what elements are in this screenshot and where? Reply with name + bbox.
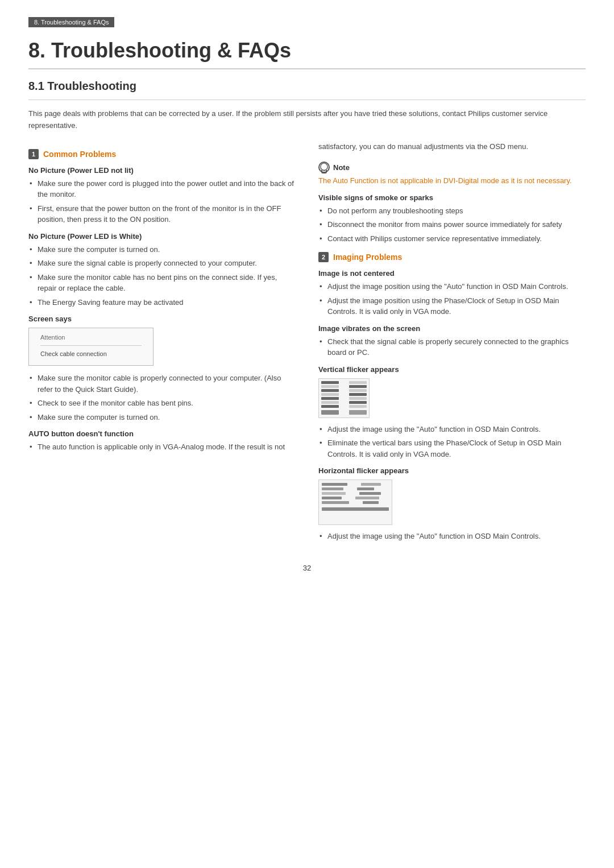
- list-item: Eliminate the vertical bars using the Ph…: [318, 437, 586, 460]
- subsection-not-centered: Image is not centered: [318, 269, 586, 278]
- list-item: Disconnect the monitor from mains power …: [318, 219, 586, 230]
- category1-num: 1: [28, 149, 39, 159]
- list-item: First, ensure that the power button on t…: [28, 203, 296, 225]
- note-header: Note: [318, 162, 586, 173]
- page-number: 32: [28, 564, 586, 572]
- list-item: Make sure the monitor cable is properly …: [28, 373, 296, 395]
- category2-num: 2: [318, 252, 329, 262]
- intro-text: This page deals with problems that can b…: [28, 108, 586, 132]
- list-item: Contact with Philips customer service re…: [318, 233, 586, 245]
- category1-header: 1 Common Problems: [28, 149, 296, 159]
- list-item: Make sure the computer is turned on.: [28, 412, 296, 423]
- subsection-screen-says: Screen says: [28, 315, 296, 323]
- main-title: 8. Troubleshooting & FAQs: [28, 39, 586, 69]
- list-item: Make sure the power cord is plugged into…: [28, 178, 296, 200]
- svg-rect-1: [323, 170, 325, 172]
- list-nopic-white: Make sure the computer is turned on. Mak…: [28, 244, 296, 308]
- screen-box: Attention Check cable connection: [28, 328, 154, 366]
- category2-label: Imaging Problems: [333, 253, 402, 262]
- left-column: 1 Common Problems No Picture (Power LED …: [28, 141, 296, 547]
- list-item: Make sure the monitor cable has no bent …: [28, 272, 296, 294]
- continued-text: satisfactory, you can do manual adjustme…: [318, 141, 586, 153]
- note-label: Note: [333, 163, 350, 172]
- list-item: The auto function is applicable only in …: [28, 441, 296, 453]
- subsection-nopic-white: No Picture (Power LED is White): [28, 232, 296, 241]
- list-item: Check that the signal cable is properly …: [318, 336, 586, 358]
- list-item: Adjust the image using the "Auto" functi…: [318, 424, 586, 435]
- list-item: Make sure the signal cable is properly c…: [28, 258, 296, 269]
- breadcrumb: 8. Troubleshooting & FAQs: [28, 17, 114, 27]
- vertical-flicker-image: [318, 378, 370, 418]
- list-item: Adjust the image using the "Auto" functi…: [318, 531, 586, 542]
- note-text: The Auto Function is not applicable in D…: [318, 175, 586, 187]
- list-item: Make sure the computer is turned on.: [28, 244, 296, 255]
- list-screen-says: Make sure the monitor cable is properly …: [28, 373, 296, 423]
- section-divider: [28, 100, 586, 100]
- subsection-vibrates: Image vibrates on the screen: [318, 324, 586, 333]
- list-smoke: Do not perform any troubleshooting steps…: [318, 205, 586, 245]
- subsection-auto-btn: AUTO button doesn't function: [28, 429, 296, 438]
- subsection-vertical-flicker: Vertical flicker appears: [318, 365, 586, 374]
- subsection-nopic-notlit: No Picture (Power LED not lit): [28, 166, 296, 175]
- category2-header: 2 Imaging Problems: [318, 252, 586, 262]
- list-not-centered: Adjust the image position using the "Aut…: [318, 281, 586, 317]
- category1-label: Common Problems: [43, 150, 116, 159]
- screen-box-msg: Check cable connection: [40, 345, 142, 357]
- section-title: 8.1 Troubleshooting: [28, 80, 586, 93]
- list-auto-btn: The auto function is applicable only in …: [28, 441, 296, 453]
- list-item: Adjust the image position using the Phas…: [318, 295, 586, 317]
- note-box: Note The Auto Function is not applicable…: [318, 162, 586, 187]
- list-nopic-notlit: Make sure the power cord is plugged into…: [28, 178, 296, 225]
- subsection-horizontal-flicker: Horizontal flicker appears: [318, 466, 586, 475]
- list-item: The Energy Saving feature may be activat…: [28, 297, 296, 308]
- horizontal-flicker-image: [318, 480, 392, 525]
- page: 8. Troubleshooting & FAQs 8. Troubleshoo…: [0, 0, 614, 868]
- list-vertical-flicker: Adjust the image using the "Auto" functi…: [318, 424, 586, 460]
- right-column: satisfactory, you can do manual adjustme…: [318, 141, 586, 547]
- screen-box-title: Attention: [40, 334, 142, 341]
- list-item: Do not perform any troubleshooting steps: [318, 205, 586, 217]
- note-icon: [318, 162, 330, 173]
- list-item: Check to see if the monitor cable has be…: [28, 398, 296, 409]
- list-item: Adjust the image position using the "Aut…: [318, 281, 586, 292]
- list-vibrates: Check that the signal cable is properly …: [318, 336, 586, 358]
- subsection-smoke: Visible signs of smoke or sparks: [318, 193, 586, 202]
- list-horizontal-flicker: Adjust the image using the "Auto" functi…: [318, 531, 586, 542]
- svg-point-0: [321, 163, 327, 170]
- two-column-layout: 1 Common Problems No Picture (Power LED …: [28, 141, 586, 547]
